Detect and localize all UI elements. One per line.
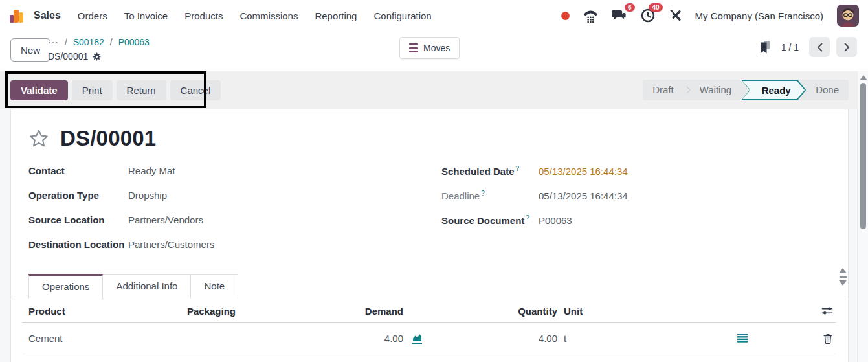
moves-button[interactable]: Moves: [399, 37, 460, 59]
notebook-tabs: Operations Additional Info Note: [11, 274, 848, 299]
activities-clock-icon[interactable]: 40: [641, 8, 655, 23]
bookmark-icon[interactable]: [758, 40, 771, 54]
column-header-quantity[interactable]: Quantity: [429, 306, 557, 317]
scheduled-date-label: Scheduled Date?: [441, 165, 539, 177]
operation-type-label: Operation Type: [28, 190, 128, 201]
source-document-label: Source Document?: [441, 214, 539, 226]
pager-count: 1 / 1: [781, 42, 799, 52]
field-source-location: Source Location Partners/Vendors: [28, 214, 441, 239]
scroll-up-icon[interactable]: [839, 268, 847, 273]
nav-item-orders[interactable]: Orders: [78, 10, 107, 21]
status-step-done[interactable]: Done: [806, 80, 849, 100]
nav-item-commissions[interactable]: Commissions: [239, 10, 298, 21]
messages-badge: 6: [625, 3, 635, 12]
deadline-value: 05/13/2025 16:44:34: [539, 190, 628, 201]
field-contact: Contact Ready Mat: [28, 165, 441, 190]
print-button[interactable]: Print: [72, 80, 113, 100]
status-action-bar: Validate Print Return Cancel Draft Waiti…: [0, 71, 857, 109]
cell-product[interactable]: Cement: [28, 333, 187, 344]
statusbar: Draft Waiting Ready Done: [643, 80, 849, 100]
apps-menu-icon[interactable]: [9, 7, 26, 24]
breadcrumb-current: DS/00001: [48, 49, 88, 63]
column-header-packaging[interactable]: Packaging: [187, 306, 346, 317]
forecast-report-icon[interactable]: [412, 334, 422, 344]
moves-list-icon: [409, 43, 418, 52]
field-scheduled-date: Scheduled Date? 05/13/2025 16:44:34: [441, 165, 848, 190]
source-location-label: Source Location: [28, 214, 128, 225]
cell-unit[interactable]: t: [557, 333, 603, 344]
status-step-draft[interactable]: Draft: [643, 80, 684, 100]
field-deadline: Deadline? 05/13/2025 16:44:34: [441, 190, 848, 214]
help-marker: ?: [481, 190, 485, 197]
delete-row-trash-icon[interactable]: [823, 333, 833, 345]
cell-quantity[interactable]: 4.00: [429, 333, 557, 344]
status-step-ready-active[interactable]: Ready: [741, 80, 806, 100]
field-source-document: Source Document? P00063: [441, 214, 848, 239]
scheduled-date-value[interactable]: 05/13/2025 16:44:34: [539, 166, 628, 177]
user-avatar[interactable]: [837, 5, 859, 27]
column-header-product[interactable]: Product: [28, 306, 187, 317]
cell-demand[interactable]: 4.00: [346, 333, 403, 344]
destination-location-value[interactable]: Partners/Customers: [128, 239, 214, 250]
favorite-star-icon[interactable]: [28, 128, 49, 149]
help-marker: ?: [526, 214, 529, 221]
source-document-value[interactable]: P00063: [539, 215, 572, 226]
contact-label: Contact: [28, 165, 128, 176]
status-step-waiting[interactable]: Waiting: [690, 80, 741, 100]
record-title: DS/00001: [60, 126, 156, 151]
detailed-operations-icon[interactable]: [737, 334, 748, 343]
column-header-demand[interactable]: Demand: [346, 306, 403, 317]
pager-previous-button[interactable]: [809, 37, 830, 57]
app-name-sales[interactable]: Sales: [34, 10, 61, 21]
messages-icon[interactable]: 6: [612, 8, 627, 23]
new-button[interactable]: New: [10, 38, 50, 62]
contact-value[interactable]: Ready Mat: [128, 165, 175, 176]
recording-dot-icon: [561, 12, 570, 20]
scroll-down-icon[interactable]: [839, 280, 847, 286]
operations-table-header: Product Packaging Demand Quantity Unit: [22, 299, 836, 323]
vertical-scrollbar[interactable]: [857, 71, 868, 362]
cancel-button[interactable]: Cancel: [170, 80, 221, 100]
scrollbar-thumb[interactable]: [860, 83, 866, 229]
destination-location-label: Destination Location: [28, 239, 128, 250]
company-switcher[interactable]: My Company (San Francisco): [695, 10, 823, 21]
breadcrumb-link-p00063[interactable]: P00063: [118, 37, 150, 47]
pager-next-button[interactable]: [836, 37, 857, 57]
breadcrumb-link-s00182[interactable]: S00182: [73, 37, 104, 47]
source-location-value[interactable]: Partners/Vendors: [128, 214, 203, 225]
nav-item-to-invoice[interactable]: To Invoice: [124, 10, 168, 21]
breadcrumb: ··· / S00182 / P00063 DS/00001: [48, 35, 150, 63]
column-header-unit[interactable]: Unit: [557, 306, 603, 317]
operation-type-value[interactable]: Dropship: [128, 190, 167, 201]
nav-item-products[interactable]: Products: [184, 10, 223, 21]
optional-columns-icon[interactable]: [821, 305, 833, 317]
table-row-cement[interactable]: Cement 4.00 4.00 t: [22, 323, 836, 354]
list-scroll-widget[interactable]: [838, 268, 847, 286]
validate-button[interactable]: Validate: [10, 80, 68, 100]
return-button[interactable]: Return: [117, 80, 166, 100]
tab-additional-info[interactable]: Additional Info: [103, 274, 191, 299]
field-operation-type: Operation Type Dropship: [28, 190, 441, 214]
settings-gear-icon[interactable]: [92, 52, 102, 62]
activities-badge: 40: [649, 3, 662, 12]
tab-note[interactable]: Note: [191, 274, 238, 299]
tab-operations[interactable]: Operations: [28, 274, 103, 299]
breadcrumb-ellipsis[interactable]: ···: [48, 37, 59, 47]
deadline-label: Deadline?: [441, 190, 539, 201]
scrollbar-up-arrow-icon[interactable]: [860, 75, 867, 80]
chevron-separator-icon: [683, 86, 690, 93]
nav-item-configuration[interactable]: Configuration: [373, 10, 431, 21]
top-navbar: Sales Orders To Invoice Products Commiss…: [0, 0, 868, 31]
field-destination-location: Destination Location Partners/Customers: [28, 239, 441, 264]
form-sheet: DS/00001 Contact Ready Mat Operation Typ…: [10, 109, 849, 362]
nav-item-reporting[interactable]: Reporting: [315, 10, 357, 21]
voip-phone-icon[interactable]: [583, 8, 598, 23]
control-panel: New ··· / S00182 / P00063 DS/00001: [0, 31, 868, 71]
debug-tools-icon[interactable]: [669, 9, 682, 22]
help-marker: ?: [516, 165, 520, 172]
